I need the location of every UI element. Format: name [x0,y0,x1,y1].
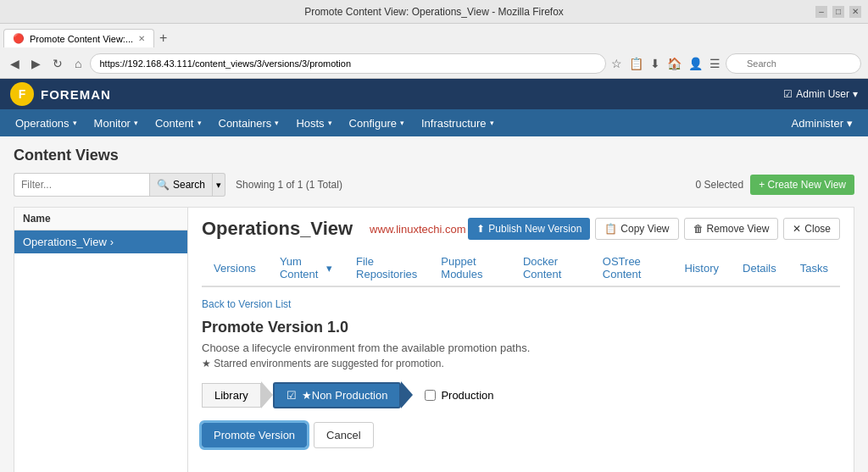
sidebar-header: Name [14,208,187,230]
nav-label-configure: Configure [349,117,397,130]
tab-close-button[interactable]: ✕ [138,34,145,43]
minimize-button[interactable]: – [815,6,827,18]
bookmark-star-icon[interactable]: ☆ [611,57,622,70]
close-window-button[interactable]: ✕ [849,6,861,18]
tab-details[interactable]: Details [731,250,788,286]
cv-tabs: Versions Yum Content ▾ File Repositories… [202,250,840,287]
remove-label: Remove View [707,223,770,235]
lifecycle-row: Library ☑ ★Non Production Production [202,381,840,408]
publish-new-version-button[interactable]: ⬆ Publish New Version [468,218,590,240]
remove-view-button[interactable]: 🗑 Remove View [684,218,779,240]
lifecycle-non-production[interactable]: ☑ ★Non Production [273,382,402,408]
nav-item-operations[interactable]: Operations ▾ [7,109,86,136]
tab-docker-label: Docker Content [523,255,579,280]
nav-item-content[interactable]: Content ▾ [147,109,210,136]
promote-version-button[interactable]: Promote Version [202,423,307,447]
user-icon[interactable]: 👤 [688,57,703,70]
content-views-area: Name Operations_View › Operations_View w… [14,207,854,472]
search-button[interactable]: 🔍 Search [149,173,213,197]
lifecycle-production[interactable]: Production [413,384,505,407]
tab-ostree-label: OSTree Content [603,255,661,280]
forward-button[interactable]: ▶ [28,55,44,72]
tab-ostree-content[interactable]: OSTree Content [591,250,673,286]
copy-view-button[interactable]: 📋 Copy View [595,218,678,240]
lifecycle-library: Library [202,383,261,408]
content-caret-icon: ▾ [198,119,202,127]
tab-history[interactable]: History [673,250,731,286]
production-checkbox[interactable] [425,390,436,401]
tab-puppet-modules[interactable]: Puppet Modules [429,250,511,286]
foreman-logo[interactable]: F FOREMAN [10,82,111,106]
address-bar: ◀ ▶ ↻ ⌂ ☆ 📋 ⬇ 🏠 👤 ☰ 🔍 [0,49,868,78]
library-arrow-icon [261,381,273,408]
tab-docker-content[interactable]: Docker Content [511,250,591,286]
address-input[interactable] [90,53,606,74]
home-button[interactable]: ⌂ [71,55,85,72]
sidebar-item-operations-view[interactable]: Operations_View › [14,230,187,253]
cv-title-group: Operations_View www.linuxtechi.com [202,218,466,240]
promote-title: Promote Version 1.0 [202,319,840,336]
filter-input[interactable] [14,173,149,197]
cancel-button[interactable]: Cancel [314,422,373,448]
nav-label-hosts: Hosts [296,117,324,130]
yum-caret-icon: ▾ [326,262,332,275]
create-new-view-button[interactable]: + Create New View [750,175,854,195]
maximize-button[interactable]: □ [832,6,844,18]
browser-search-input[interactable] [726,53,861,74]
browser-chrome: 🔴 Promote Content View:... ✕ + ◀ ▶ ↻ ⌂ ☆… [0,24,868,79]
promote-description: Choose a lifecycle environment from the … [202,342,840,354]
search-btn-label: Search [173,179,205,191]
tab-bar: 🔴 Promote Content View:... ✕ + [0,24,868,49]
tab-yum-label: Yum Content [280,255,324,280]
nav-item-configure[interactable]: Configure ▾ [341,109,413,136]
new-tab-button[interactable]: + [159,31,167,46]
search-dropdown-button[interactable]: ▾ [213,173,225,197]
tab-versions-label: Versions [214,262,256,275]
production-checkbox-item[interactable]: Production [413,384,505,407]
content-area: Content Views 🔍 Search ▾ Showing 1 of 1 … [0,136,868,472]
menu-icon[interactable]: ☰ [709,57,721,70]
nav-item-administer[interactable]: Administer ▾ [783,117,861,130]
home-nav-icon[interactable]: 🏠 [667,57,682,70]
nav-item-infrastructure[interactable]: Infrastructure ▾ [413,109,503,136]
tab-details-label: Details [743,262,776,275]
main-nav: Operations ▾ Monitor ▾ Content ▾ Contain… [0,109,868,136]
sidebar-item-label: Operations_View [23,236,107,248]
user-caret-icon: ▾ [853,88,858,100]
tab-tasks[interactable]: Tasks [788,250,840,286]
foreman-user-menu[interactable]: ☑ Admin User ▾ [783,88,858,100]
remove-icon: 🗑 [693,223,704,235]
nav-item-monitor[interactable]: Monitor ▾ [86,109,147,136]
close-button[interactable]: ✕ Close [783,218,840,240]
tab-file-repositories[interactable]: File Repositories [344,250,429,286]
nav-items: Operations ▾ Monitor ▾ Content ▾ Contain… [7,109,503,136]
tab-versions[interactable]: Versions [202,250,268,286]
administer-caret-icon: ▾ [847,117,853,130]
cv-sidebar: Name Operations_View › [14,208,188,472]
back-button[interactable]: ◀ [7,55,23,72]
refresh-button[interactable]: ↻ [49,55,66,72]
non-production-checkbox-icon: ☑ [287,389,297,402]
containers-caret-icon: ▾ [275,119,279,127]
download-icon[interactable]: ⬇ [650,57,660,70]
sidebar-item-arrow-icon: › [110,236,114,248]
publish-icon: ⬆ [476,223,485,235]
foreman-logo-icon: F [10,82,34,106]
bookmark-manager-icon[interactable]: 📋 [629,57,643,70]
back-to-version-list-link[interactable]: Back to Version List [202,298,291,310]
tab-tasks-label: Tasks [800,262,828,275]
tab-yum-content[interactable]: Yum Content ▾ [268,250,344,286]
operations-caret-icon: ▾ [73,119,77,127]
nav-item-containers[interactable]: Containers ▾ [210,109,288,136]
nav-label-content: Content [155,117,194,130]
window-title: Promote Content View: Operations_View - … [304,6,564,18]
non-production-selected-box[interactable]: ☑ ★Non Production [273,382,402,408]
filter-bar: 🔍 Search ▾ Showing 1 of 1 (1 Total) 0 Se… [14,173,854,197]
nav-item-hosts[interactable]: Hosts ▾ [287,109,340,136]
cv-detail-header: Operations_View www.linuxtechi.com ⬆ Pub… [202,218,840,240]
promote-starred-note: ★ Starred environments are suggested for… [202,358,840,369]
browser-tab[interactable]: 🔴 Promote Content View:... ✕ [3,29,154,47]
foreman-logo-text: FOREMAN [41,87,111,102]
tab-file-label: File Repositories [356,255,417,280]
title-bar: Promote Content View: Operations_View - … [0,0,868,24]
